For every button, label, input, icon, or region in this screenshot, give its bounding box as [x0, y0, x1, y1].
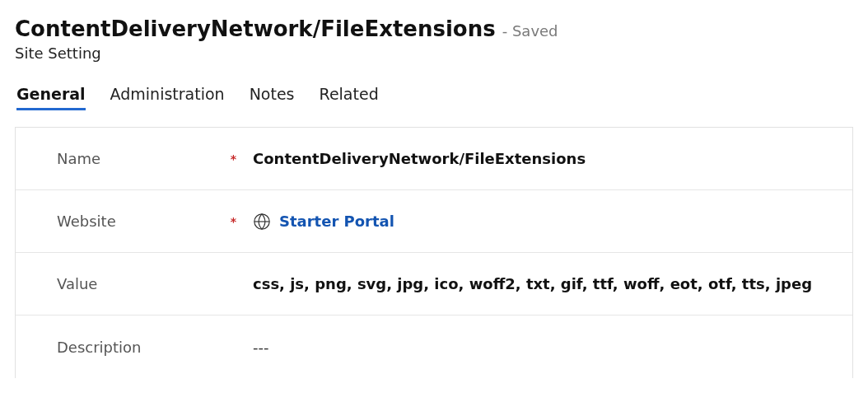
required-mark: * [231, 215, 236, 228]
tab-administration[interactable]: Administration [110, 85, 225, 110]
description-field[interactable]: --- [253, 339, 828, 356]
description-value: --- [253, 339, 269, 356]
page-subtitle: Site Setting [15, 44, 853, 62]
form-row-value: Value css, js, png, svg, jpg, ico, woff2… [16, 253, 852, 316]
form-panel: Name * ContentDeliveryNetwork/FileExtens… [15, 127, 853, 378]
label-cell-name: Name * [57, 150, 253, 167]
form-row-website: Website * Starter Portal [16, 190, 852, 253]
globe-icon [253, 213, 271, 231]
label-cell-website: Website * [57, 213, 253, 230]
tab-bar: General Administration Notes Related [15, 85, 853, 110]
label-cell-description: Description [57, 339, 253, 356]
name-field[interactable]: ContentDeliveryNetwork/FileExtensions [253, 150, 828, 167]
tab-general[interactable]: General [16, 85, 86, 110]
tab-related[interactable]: Related [320, 85, 379, 110]
page-status: - Saved [502, 22, 558, 40]
title-row: ContentDeliveryNetwork/FileExtensions - … [15, 16, 853, 41]
website-field[interactable]: Starter Portal [253, 213, 828, 231]
form-row-description: Description --- [16, 316, 852, 378]
label-description: Description [57, 339, 142, 356]
label-website: Website [57, 213, 116, 230]
label-cell-value: Value [57, 275, 253, 292]
form-row-name: Name * ContentDeliveryNetwork/FileExtens… [16, 128, 852, 190]
page-header: ContentDeliveryNetwork/FileExtensions - … [15, 16, 853, 62]
label-name: Name [57, 150, 100, 167]
tab-notes[interactable]: Notes [250, 85, 295, 110]
page-title: ContentDeliveryNetwork/FileExtensions [15, 16, 496, 41]
label-value: Value [57, 275, 97, 292]
website-link[interactable]: Starter Portal [279, 213, 394, 230]
value-field[interactable]: css, js, png, svg, jpg, ico, woff2, txt,… [253, 275, 828, 292]
required-mark: * [231, 152, 236, 166]
